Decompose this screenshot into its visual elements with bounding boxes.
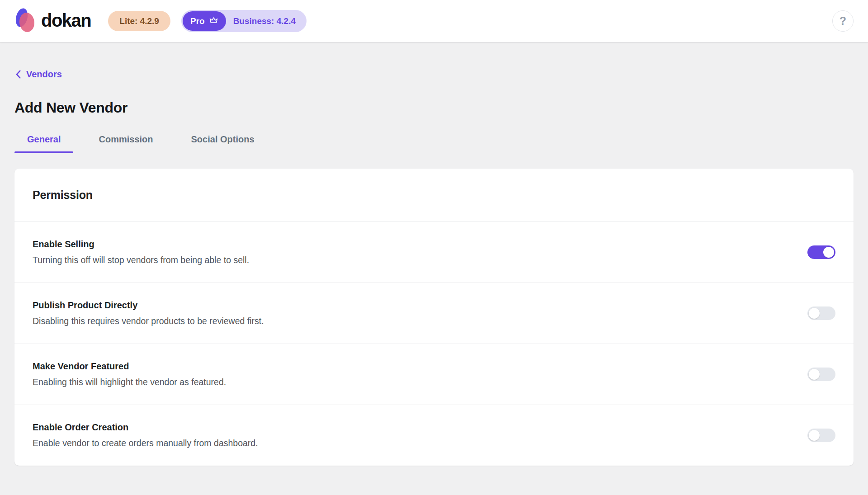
page-title: Add New Vendor (14, 99, 854, 116)
breadcrumb-label: Vendors (26, 69, 62, 80)
dokan-logo[interactable]: dokan (14, 7, 91, 35)
tab-social-options[interactable]: Social Options (179, 130, 267, 153)
setting-text: Enable Order Creation Enable vendor to c… (33, 421, 258, 449)
setting-description: Enabling this will highlight the vendor … (33, 376, 226, 388)
setting-description: Disabling this requires vendor products … (33, 315, 264, 327)
enable-selling-toggle[interactable] (807, 245, 835, 259)
setting-description: Enable vendor to create orders manually … (33, 437, 258, 449)
permission-card: Permission Enable Selling Turning this o… (14, 169, 854, 466)
question-mark-icon: ? (840, 14, 846, 28)
top-bar: dokan Lite: 4.2.9 Pro Business: 4.2.4 ? (0, 0, 868, 42)
setting-description: Turning this off will stop vendors from … (33, 254, 249, 266)
tab-general[interactable]: General (14, 130, 73, 153)
breadcrumb-back-vendors[interactable]: Vendors (14, 67, 63, 81)
pro-badge-label: Pro (190, 16, 205, 26)
toggle-knob (809, 369, 820, 380)
setting-row-make-vendor-featured: Make Vendor Featured Enabling this will … (14, 344, 854, 405)
setting-label: Publish Product Directly (33, 299, 264, 311)
setting-row-enable-selling: Enable Selling Turning this off will sto… (14, 222, 854, 283)
enable-order-creation-toggle[interactable] (807, 429, 835, 442)
dokan-logo-icon (14, 7, 35, 35)
publish-product-directly-toggle[interactable] (807, 306, 835, 320)
toggle-knob (809, 430, 820, 441)
setting-text: Publish Product Directly Disabling this … (33, 299, 264, 327)
chevron-left-icon (15, 70, 21, 79)
section-title: Permission (33, 189, 93, 202)
page-content: Vendors Add New Vendor General Commissio… (0, 42, 868, 466)
tab-commission[interactable]: Commission (86, 130, 165, 153)
help-button[interactable]: ? (832, 10, 854, 32)
dokan-wordmark: dokan (41, 11, 91, 31)
make-vendor-featured-toggle[interactable] (807, 368, 835, 381)
pro-business-badge: Pro Business: 4.2.4 (181, 10, 307, 32)
setting-label: Enable Selling (33, 238, 249, 250)
crown-icon (209, 16, 218, 26)
lite-version-badge: Lite: 4.2.9 (108, 11, 170, 31)
pro-badge[interactable]: Pro (183, 11, 226, 31)
setting-text: Make Vendor Featured Enabling this will … (33, 360, 226, 388)
setting-text: Enable Selling Turning this off will sto… (33, 238, 249, 266)
setting-label: Enable Order Creation (33, 421, 258, 433)
toggle-knob (823, 247, 834, 258)
tab-bar: General Commission Social Options (14, 130, 854, 153)
setting-label: Make Vendor Featured (33, 360, 226, 372)
toggle-knob (809, 308, 820, 319)
setting-row-publish-product-directly: Publish Product Directly Disabling this … (14, 283, 854, 344)
card-header: Permission (14, 169, 854, 222)
setting-row-enable-order-creation: Enable Order Creation Enable vendor to c… (14, 405, 854, 466)
business-version-badge: Business: 4.2.4 (227, 16, 307, 26)
